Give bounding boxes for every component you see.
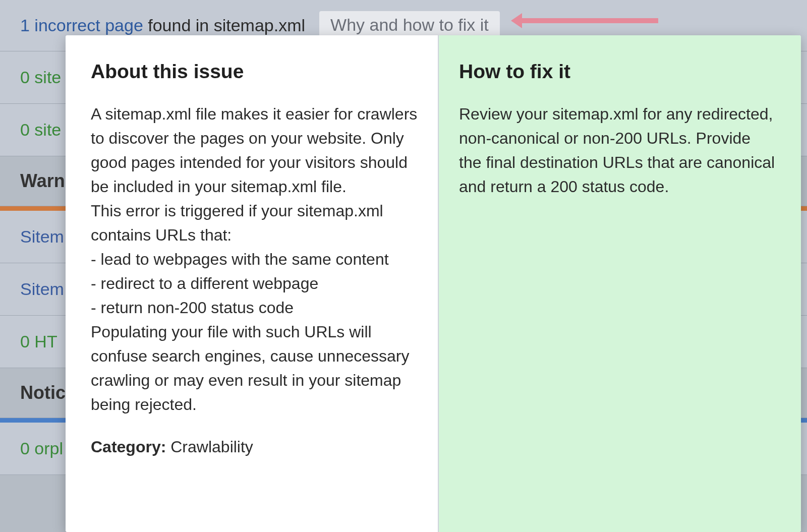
issue-row-text: 0 site	[20, 120, 61, 139]
why-how-link[interactable]: Why and how to fix it	[330, 15, 489, 37]
popup-fix-panel: How to fix it Review your sitemap.xml fo…	[439, 35, 801, 532]
issue-row-text: Sitem	[20, 279, 64, 299]
section-label: Warn	[20, 170, 65, 191]
issue-title: 1 incorrect page found in sitemap.xml	[20, 16, 305, 35]
fix-title: How to fix it	[459, 61, 776, 83]
issue-row-text: 0 orpl	[20, 439, 63, 458]
category-value: Crawlability	[170, 438, 253, 456]
category-line: Category: Crawlability	[91, 438, 418, 456]
issue-title-suffix: found in sitemap.xml	[143, 16, 305, 35]
issue-row-text: Sitem	[20, 227, 64, 246]
about-title: About this issue	[91, 61, 418, 83]
issue-row-text: 0 site	[20, 68, 61, 87]
annotation-arrow	[522, 18, 658, 23]
fix-body: Review your sitemap.xml for any redirect…	[459, 102, 776, 199]
issue-row-text: 0 HT	[20, 332, 57, 351]
issue-detail-popup: About this issue A sitemap.xml file make…	[66, 35, 801, 532]
category-label: Category:	[91, 438, 170, 456]
popup-about-panel: About this issue A sitemap.xml file make…	[66, 35, 439, 532]
section-label: Notic	[20, 382, 66, 403]
issue-count-link[interactable]: 1 incorrect page	[20, 16, 143, 35]
about-body: A sitemap.xml file makes it easier for c…	[91, 102, 418, 417]
